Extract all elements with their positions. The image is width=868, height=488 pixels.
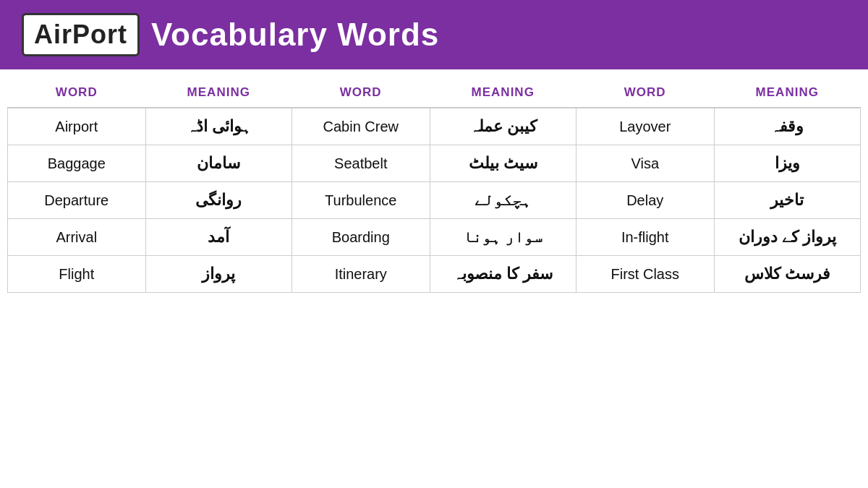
col-header-meaning2: MEANING <box>430 77 576 108</box>
word-cell-0-0: Airport <box>8 108 146 145</box>
col-header-word1: WORD <box>8 77 146 108</box>
meaning-cell-1-1: سامان <box>145 145 292 182</box>
col-header-word3: WORD <box>576 77 714 108</box>
col-header-word2: WORD <box>292 77 430 108</box>
word-cell-3-2: Boarding <box>292 219 430 256</box>
header-box-label: AirPort <box>34 20 127 49</box>
word-cell-3-4: In-flight <box>576 219 714 256</box>
word-cell-4-2: Itinerary <box>292 256 430 293</box>
word-cell-1-4: Visa <box>576 145 714 182</box>
col-header-meaning3: MEANING <box>714 77 861 108</box>
word-cell-0-2: Cabin Crew <box>292 108 430 145</box>
meaning-cell-4-1: پرواز <box>145 256 292 293</box>
table-row: FlightپروازItineraryسفر کا منصوبہFirst C… <box>8 256 861 293</box>
header: AirPort Vocabulary Words <box>0 0 868 69</box>
meaning-cell-4-5: فرسٹ کلاس <box>714 256 861 293</box>
word-cell-3-0: Arrival <box>8 219 146 256</box>
word-cell-1-2: Seatbelt <box>292 145 430 182</box>
word-cell-4-4: First Class <box>576 256 714 293</box>
word-cell-1-0: Baggage <box>8 145 146 182</box>
meaning-cell-0-3: کیبن عملہ <box>430 108 576 145</box>
header-box: AirPort <box>22 13 140 56</box>
meaning-cell-1-3: سیٹ بیلٹ <box>430 145 576 182</box>
word-cell-2-0: Departure <box>8 182 146 219</box>
header-title: Vocabulary Words <box>151 17 439 53</box>
vocabulary-table: WORD MEANING WORD MEANING WORD MEANING A… <box>7 77 861 293</box>
table-header-row: WORD MEANING WORD MEANING WORD MEANING <box>8 77 861 108</box>
col-header-meaning1: MEANING <box>145 77 292 108</box>
meaning-cell-3-1: آمد <box>145 219 292 256</box>
meaning-cell-3-5: پرواز کے دوران <box>714 219 861 256</box>
meaning-cell-0-5: وقفہ <box>714 108 861 145</box>
word-cell-0-4: Layover <box>576 108 714 145</box>
meaning-cell-3-3: سوار ہونا <box>430 219 576 256</box>
word-cell-2-2: Turbulence <box>292 182 430 219</box>
meaning-cell-1-5: ویزا <box>714 145 861 182</box>
meaning-cell-4-3: سفر کا منصوبہ <box>430 256 576 293</box>
vocabulary-table-section: WORD MEANING WORD MEANING WORD MEANING A… <box>0 69 868 293</box>
table-row: BaggageسامانSeatbeltسیٹ بیلٹVisaویزا <box>8 145 861 182</box>
table-row: DepartureروانگیTurbulenceہچکولےDelayتاخی… <box>8 182 861 219</box>
word-cell-4-0: Flight <box>8 256 146 293</box>
word-cell-2-4: Delay <box>576 182 714 219</box>
meaning-cell-0-1: ہوائی اڈہ <box>145 108 292 145</box>
meaning-cell-2-5: تاخیر <box>714 182 861 219</box>
meaning-cell-2-3: ہچکولے <box>430 182 576 219</box>
table-row: Airportہوائی اڈہCabin Crewکیبن عملہLayov… <box>8 108 861 145</box>
meaning-cell-2-1: روانگی <box>145 182 292 219</box>
table-row: ArrivalآمدBoardingسوار ہوناIn-flightپروا… <box>8 219 861 256</box>
